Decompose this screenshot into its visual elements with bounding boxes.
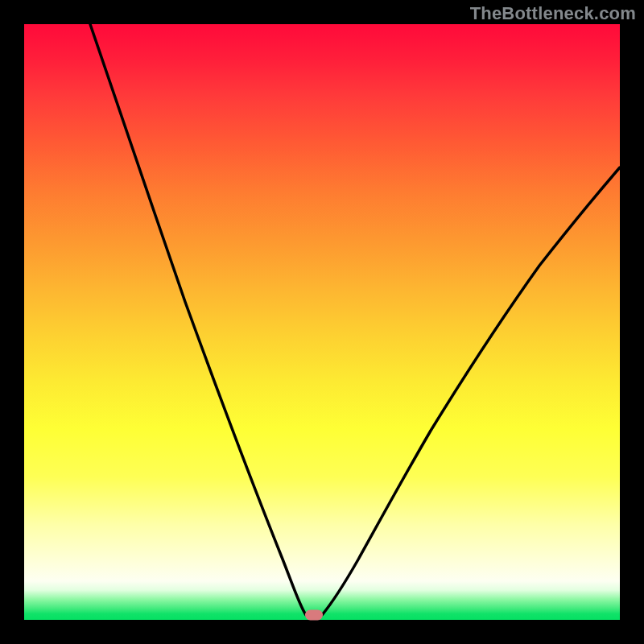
bottleneck-curve	[90, 24, 620, 615]
chart-container: TheBottleneck.com	[0, 0, 644, 644]
watermark-text: TheBottleneck.com	[470, 3, 636, 24]
plot-area	[24, 24, 620, 620]
curve-svg	[24, 24, 620, 620]
optimum-marker	[305, 610, 323, 621]
